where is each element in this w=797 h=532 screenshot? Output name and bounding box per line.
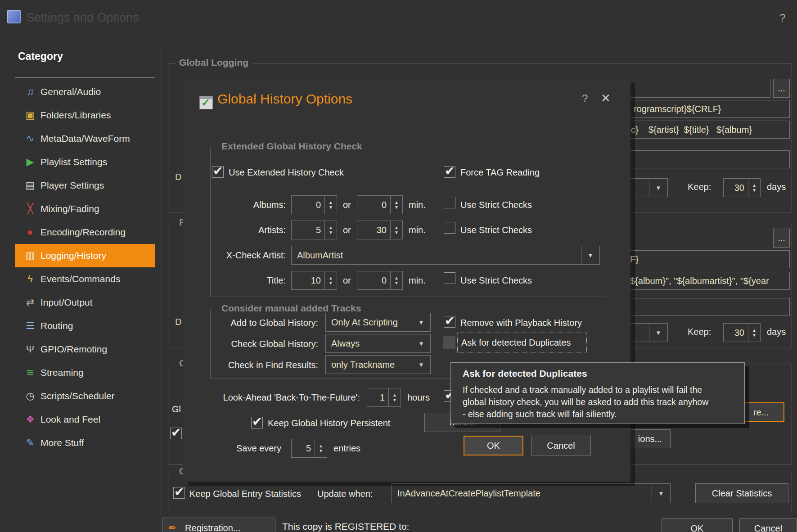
albums-count-spinner[interactable]: 0▲▼ [291, 195, 337, 214]
artists-strict-checkbox[interactable] [444, 222, 455, 234]
title-min-spinner[interactable]: 0▲▼ [357, 271, 403, 290]
remove-playback-checkbox[interactable] [444, 316, 455, 328]
keep-unit-2: days [767, 327, 786, 337]
find-results-dropdown[interactable]: only Trackname ▼ [325, 355, 431, 374]
history-options-button[interactable]: ions... [630, 429, 671, 448]
playlist-browse-button[interactable]: ... [773, 229, 790, 248]
registration-button[interactable]: ✒ Registration... [162, 518, 275, 532]
ask-duplicates-focus[interactable]: Ask for detected Duplicates [457, 333, 587, 352]
title-strict-checkbox[interactable] [444, 272, 455, 284]
dialog-close-icon[interactable]: ✕ [601, 91, 611, 105]
streaming-icon: ≋ [23, 367, 37, 379]
spinner-arrows-icon[interactable]: ▲▼ [324, 221, 337, 239]
sidebar-item-metadata-waveform[interactable]: ∿ MetaData/WaveForm [15, 127, 155, 150]
dropdown-arrow-icon[interactable]: ▼ [412, 356, 430, 374]
spinner-arrows-icon[interactable]: ▲▼ [315, 439, 327, 457]
dialog-title: Global History Options [217, 91, 352, 107]
artists-strict-label: Use Strict Checks [460, 225, 532, 235]
logging-browse-button[interactable]: ... [773, 79, 790, 98]
artists-count-spinner[interactable]: 5▲▼ [291, 221, 337, 239]
ask-duplicates-checkbox[interactable] [443, 336, 455, 349]
sidebar-item-routing[interactable]: ☰ Routing [15, 314, 155, 338]
title-strict-label: Use Strict Checks [460, 275, 532, 286]
input-output-icon: ⇄ [23, 297, 37, 308]
albums-strict-label: Use Strict Checks [460, 200, 532, 210]
sidebar-item-streaming[interactable]: ≋ Streaming [15, 361, 155, 384]
registration-icon: ✒ [168, 522, 177, 532]
albums-strict-checkbox[interactable] [444, 197, 455, 208]
force-tag-checkbox[interactable] [444, 166, 455, 178]
tooltip-title: Ask for detected Duplicates [463, 368, 587, 379]
spinner-arrows-icon[interactable]: ▲▼ [390, 271, 402, 289]
main-ok-button[interactable]: OK [662, 518, 733, 532]
title-min-label: min. [409, 275, 426, 286]
history-checkbox[interactable] [170, 428, 182, 439]
events-commands-icon: ϟ [23, 273, 37, 285]
dialog-help-icon[interactable]: ? [582, 92, 588, 105]
encoding-recording-icon: ● [23, 226, 37, 238]
tooltip-line-2: global history check, you will be asked … [463, 397, 708, 407]
title-count-spinner[interactable]: 10▲▼ [291, 271, 337, 290]
add-history-dropdown[interactable]: Only At Scripting ▼ [325, 313, 431, 332]
albums-min-spinner[interactable]: 0▲▼ [357, 195, 403, 214]
sidebar-item-mixing-fading[interactable]: ╳ Mixing/Fading [15, 197, 155, 221]
spinner-arrows-icon[interactable]: ▲▼ [324, 271, 337, 289]
sidebar-item-events-commands[interactable]: ϟ Events/Commands [15, 267, 155, 291]
main-cancel-button[interactable]: Cancel [739, 518, 797, 532]
artists-min-spinner[interactable]: 30▲▼ [357, 221, 403, 239]
sidebar-item-folders-libraries[interactable]: ▣ Folders/Libraries [15, 104, 155, 127]
dropdown-arrow-icon[interactable]: ▼ [412, 334, 430, 352]
find-results-label: Check in Find Results: [210, 360, 318, 370]
sidebar-item-general-audio[interactable]: ♫ General/Audio [15, 80, 155, 104]
sidebar-item-gpio-remoting[interactable]: Ψ GPIO/Remoting [15, 338, 155, 361]
sidebar-item-playlist-settings[interactable]: ▶ Playlist Settings [15, 150, 155, 174]
sidebar-item-label: Folders/Libraries [41, 110, 111, 121]
dropdown-arrow-icon[interactable]: ▼ [652, 484, 670, 503]
keep-statistics-checkbox[interactable] [173, 487, 185, 499]
sidebar-item-logging-history[interactable]: ▥ Logging/History [15, 244, 155, 267]
spinner-arrows-icon[interactable]: ▲▼ [388, 388, 401, 406]
look-ahead-spinner[interactable]: 1▲▼ [367, 388, 401, 407]
sidebar-item-label: More Stuff [41, 437, 84, 448]
scripts-scheduler-icon: ◷ [23, 390, 37, 402]
check-history-dropdown[interactable]: Always ▼ [325, 334, 431, 353]
keep-days-spinner-2[interactable]: 30 ▲▼ [723, 323, 761, 342]
dropdown-arrow-icon[interactable]: ▼ [412, 313, 430, 331]
ask-duplicates-tooltip: Ask for detected Duplicates If checked a… [450, 362, 745, 424]
update-when-dropdown[interactable]: InAdvanceAtCreatePlaylistTemplate ▼ [392, 483, 671, 503]
keep-days-spinner-1[interactable]: 30 ▲▼ [723, 178, 761, 197]
xcheck-dropdown[interactable]: AlbumArtist ▼ [291, 246, 600, 265]
sidebar-item-label: Events/Commands [41, 274, 120, 284]
dropdown-arrow-icon[interactable]: ▼ [581, 246, 599, 264]
save-every-spinner[interactable]: 5▲▼ [291, 439, 327, 458]
sidebar-item-more-stuff[interactable]: ✎ More Stuff [15, 431, 155, 455]
sidebar-item-scripts-scheduler[interactable]: ◷ Scripts/Scheduler [15, 384, 155, 408]
artists-or-label: or [343, 225, 351, 235]
sidebar-item-look-and-feel[interactable]: ❖ Look and Feel [15, 408, 155, 431]
dropdown-arrow-icon[interactable]: ▼ [649, 324, 667, 342]
spinner-arrows-icon[interactable]: ▲▼ [324, 196, 337, 214]
spinner-arrows-icon[interactable]: ▲▼ [390, 196, 402, 214]
persistent-checkbox[interactable] [251, 417, 263, 428]
global-logging-title: Global Logging [176, 57, 252, 68]
look-ahead-unit: hours [407, 392, 430, 403]
dialog-ok-button[interactable]: OK [464, 436, 523, 455]
more-stuff-icon: ✎ [23, 437, 37, 449]
mixing-fading-icon: ╳ [23, 203, 37, 215]
sidebar-item-encoding-recording[interactable]: ● Encoding/Recording [15, 221, 155, 244]
sidebar-item-input-output[interactable]: ⇄ Input/Output [15, 291, 155, 314]
xcheck-label: X-Check Artist: [201, 250, 286, 261]
artists-min-label: min. [409, 225, 426, 235]
spinner-arrows-icon[interactable]: ▲▼ [748, 324, 760, 342]
window-help-icon[interactable]: ? [779, 12, 785, 24]
sidebar-item-label: Logging/History [41, 250, 106, 261]
clear-statistics-button[interactable]: Clear Statistics [695, 483, 788, 503]
dropdown-arrow-icon[interactable]: ▼ [649, 179, 667, 197]
spinner-arrows-icon[interactable]: ▲▼ [390, 221, 402, 239]
check-history-label: Check Global History: [210, 339, 318, 349]
sidebar-item-player-settings[interactable]: ▤ Player Settings [15, 174, 155, 197]
use-extended-checkbox[interactable] [212, 166, 224, 178]
spinner-arrows-icon[interactable]: ▲▼ [748, 179, 760, 197]
dialog-cancel-button[interactable]: Cancel [531, 436, 591, 455]
logging-row-label: D [175, 172, 181, 182]
